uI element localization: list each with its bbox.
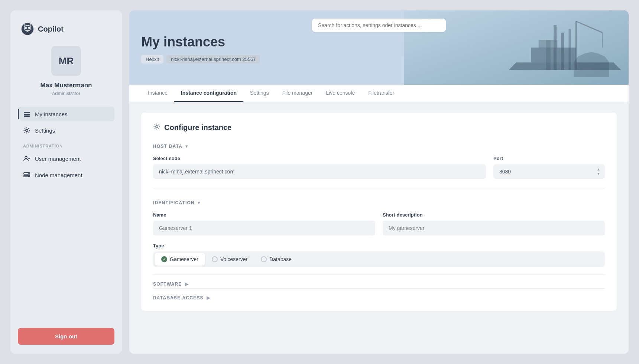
radio-voiceserver[interactable]: Voiceserver [205, 253, 254, 266]
host-data-fields: Select node Port ▲ ▼ [153, 156, 605, 179]
type-label: Type [153, 243, 605, 248]
radio-database[interactable]: Database [254, 253, 298, 266]
sidebar: Copilot MR Max Mustermann Administrator … [10, 10, 122, 354]
svg-rect-7 [24, 114, 30, 116]
chevron-right-icon-db: ▶ [207, 295, 210, 300]
admin-section-label: Administration [18, 139, 114, 151]
breadcrumb: Hexxit nicki-minaj.external.sprinect.com… [141, 55, 617, 64]
short-description-input[interactable] [383, 221, 605, 235]
radio-dot-voiceserver [212, 256, 218, 262]
svg-rect-8 [24, 116, 30, 117]
sidebar-item-label: User management [35, 156, 81, 162]
configure-title: Configure instance [164, 123, 231, 132]
user-name: Max Mustermann [18, 82, 114, 89]
breadcrumb-server[interactable]: nicki-minaj.external.sprinect.com 25567 [166, 55, 260, 64]
port-input[interactable] [493, 164, 605, 179]
settings-icon [23, 127, 30, 134]
database-access-label: DATABASE ACCESS [153, 295, 204, 300]
type-radio-group: Gameserver Voiceserver Database [153, 251, 605, 267]
port-label: Port [493, 156, 605, 161]
radio-label-database: Database [269, 256, 292, 262]
host-data-section-header[interactable]: HOST DATA ▾ [153, 141, 605, 149]
svg-point-25 [156, 126, 158, 128]
name-label: Name [153, 212, 375, 218]
page-title: My instances [141, 34, 617, 50]
node-management-icon [23, 171, 30, 179]
software-section: SOFTWARE ▶ [153, 274, 605, 287]
instances-icon [23, 110, 30, 118]
content-area: Configure instance HOST DATA ▾ Select no… [129, 102, 629, 354]
user-management-icon [23, 155, 30, 162]
svg-point-0 [22, 23, 33, 35]
chevron-right-icon-software: ▶ [185, 282, 189, 287]
name-input[interactable] [153, 221, 375, 235]
radio-label-gameserver: Gameserver [170, 256, 198, 262]
radio-dot-gameserver [161, 256, 167, 262]
name-group: Name [153, 212, 375, 235]
tab-live-console[interactable]: Live console [319, 85, 361, 102]
chevron-down-icon: ▾ [185, 144, 188, 149]
chevron-down-icon-2: ▾ [198, 200, 200, 205]
svg-rect-6 [24, 112, 30, 113]
configure-header: Configure instance [153, 123, 605, 132]
tab-instance-configuration[interactable]: Instance configuration [174, 85, 243, 102]
sign-out-button[interactable]: Sign out [18, 328, 114, 345]
host-data-label: HOST DATA [153, 144, 182, 149]
main-content: My instances Hexxit nicki-minaj.external… [122, 0, 639, 364]
search-bar[interactable] [312, 19, 446, 32]
database-access-section-header[interactable]: DATABASE ACCESS ▶ [153, 295, 605, 300]
port-increment[interactable]: ▲ [596, 168, 601, 171]
identification-label: IDENTIFICATION [153, 200, 195, 205]
logo: Copilot [18, 22, 114, 36]
sidebar-item-label: Settings [35, 127, 55, 134]
port-spinners: ▲ ▼ [596, 168, 601, 176]
short-description-group: Short description [383, 212, 605, 235]
user-role: Administrator [18, 91, 114, 96]
radio-gameserver[interactable]: Gameserver [155, 253, 205, 266]
port-group: Port ▲ ▼ [493, 156, 605, 179]
tab-instance[interactable]: Instance [141, 85, 174, 102]
sidebar-item-settings[interactable]: Settings [18, 123, 114, 138]
search-input[interactable] [312, 19, 446, 32]
select-node-group: Select node [153, 156, 486, 179]
svg-point-2 [25, 27, 27, 29]
radio-dot-database [261, 256, 267, 262]
tab-filetransfer[interactable]: Filetransfer [361, 85, 401, 102]
svg-point-3 [28, 27, 30, 29]
select-node-input[interactable] [153, 164, 486, 179]
software-label: SOFTWARE [153, 282, 182, 287]
header-area: My instances Hexxit nicki-minaj.external… [129, 10, 629, 85]
configure-card: Configure instance HOST DATA ▾ Select no… [141, 113, 617, 311]
sidebar-item-label: Node management [35, 172, 82, 178]
port-decrement[interactable]: ▼ [596, 172, 601, 176]
tab-settings[interactable]: Settings [243, 85, 276, 102]
identification-fields: Name Short description [153, 212, 605, 235]
short-description-label: Short description [383, 212, 605, 218]
database-access-section: DATABASE ACCESS ▶ [153, 288, 605, 300]
port-input-wrap: ▲ ▼ [493, 164, 605, 179]
breadcrumb-hexxit[interactable]: Hexxit [141, 55, 163, 64]
sidebar-item-my-instances[interactable]: My instances [18, 107, 114, 121]
sidebar-item-user-management[interactable]: User management [18, 151, 114, 166]
sidebar-item-label: My instances [35, 111, 68, 117]
svg-point-14 [28, 176, 29, 176]
tabs-row: Instance Instance configuration Settings… [129, 85, 629, 102]
software-section-header[interactable]: SOFTWARE ▶ [153, 282, 605, 287]
logo-text: Copilot [38, 25, 64, 33]
select-node-label: Select node [153, 156, 486, 161]
radio-label-voiceserver: Voiceserver [220, 256, 247, 262]
identification-section-header[interactable]: IDENTIFICATION ▾ [153, 197, 605, 205]
svg-point-13 [28, 173, 29, 174]
tab-file-manager[interactable]: File manager [276, 85, 320, 102]
type-group: Type Gameserver Voiceserver Database [153, 243, 605, 267]
copilot-logo-icon [21, 22, 34, 36]
sidebar-item-node-management[interactable]: Node management [18, 168, 114, 182]
section-divider-1 [153, 188, 605, 188]
svg-point-10 [25, 156, 27, 159]
gear-icon [153, 123, 160, 132]
avatar: MR [51, 46, 81, 76]
svg-point-9 [26, 129, 28, 131]
